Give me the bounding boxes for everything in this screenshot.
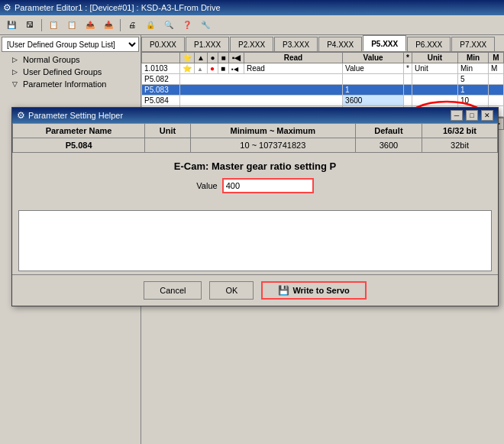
write-label: Write to Servo — [292, 286, 349, 295]
export-button[interactable]: 📤 — [82, 18, 99, 33]
col-id — [142, 53, 180, 63]
param-unit-value — [145, 138, 191, 153]
param-value — [343, 74, 404, 85]
param-circle: ● — [207, 63, 218, 74]
param-value: Value — [343, 63, 404, 74]
tab-p2[interactable]: P2.XXX — [230, 37, 273, 51]
param-min: 10 — [458, 96, 489, 106]
sidebar-item-normal-groups[interactable]: ▷ Normal Groups — [0, 53, 141, 66]
sidebar-label: Normal Groups — [23, 55, 80, 64]
col-icon5: ▪◀ — [228, 53, 244, 63]
value-label: Value — [196, 181, 217, 190]
sidebar-dropdown[interactable]: [User Defined Group Setup List] — [2, 37, 139, 52]
dialog-content: Parameter Name Unit Minimum ~ Maximum De… — [12, 123, 498, 306]
value-input[interactable] — [222, 178, 314, 193]
param-id: P5.082 — [142, 74, 180, 85]
param-default-value: 3600 — [355, 138, 422, 153]
minimize-button[interactable]: ─ — [451, 110, 463, 121]
param-m: M — [489, 63, 504, 74]
param-tri: ▲ — [195, 63, 208, 74]
tab-p4[interactable]: P4.XXX — [318, 37, 362, 51]
ecam-title: E-Cam: Master gear ratio setting P — [20, 160, 490, 172]
col-param-name: Parameter Name — [13, 124, 145, 138]
tab-p6[interactable]: P6.XXX — [407, 37, 451, 51]
tab-p7[interactable]: P7.XXX — [451, 37, 495, 51]
settings-button[interactable]: 🔧 — [197, 18, 214, 33]
expand-icon: ▷ — [12, 56, 20, 63]
value-input-row: Value — [20, 178, 490, 193]
table-row[interactable]: 1.0103 ⭐ ▲ ● ■ ▪◀ Read Value * Unit Min … — [142, 63, 504, 74]
sidebar-label3: Parameter Information — [23, 79, 106, 89]
description-area — [18, 210, 492, 271]
col-unit: Unit — [145, 124, 191, 138]
sidebar-label2: User Defined Groups — [23, 67, 102, 76]
param-bit-value: 32bit — [422, 138, 498, 153]
cancel-label: Cancel — [160, 286, 186, 295]
col-value: Value — [343, 53, 404, 63]
param-read: Read — [244, 63, 342, 74]
import-button[interactable]: 📥 — [100, 18, 117, 33]
table-row[interactable]: P5.084 3600 10 — [142, 96, 504, 106]
col-default: Default — [355, 124, 422, 138]
param-unit: Unit — [412, 63, 458, 74]
dialog-title-bar: ⚙ Parameter Setting Helper ─ □ ✕ — [12, 108, 498, 123]
search-button[interactable]: 🔍 — [160, 18, 177, 33]
col-min: Min — [458, 53, 489, 63]
param-id: P5.084 — [142, 96, 180, 106]
col-read: Read — [244, 53, 342, 63]
parameter-setting-helper-dialog: ⚙ Parameter Setting Helper ─ □ ✕ Paramet… — [11, 107, 499, 306]
col-unit: Unit — [412, 53, 458, 63]
group-select[interactable]: [User Defined Group Setup List] — [2, 37, 139, 52]
col-bit: 16/32 bit — [422, 124, 498, 138]
maximize-button[interactable]: □ — [466, 110, 478, 121]
save-button[interactable]: 💾 — [3, 18, 20, 33]
col-m: M — [489, 53, 504, 63]
save2-button[interactable]: 🖫 — [21, 18, 38, 33]
param-square: ■ — [218, 63, 228, 74]
title-bar: ⚙ Parameter Editor1 : [Device#01] : KSD-… — [0, 0, 504, 15]
write-icon: 💾 — [278, 285, 289, 296]
param-unit — [412, 85, 458, 96]
sidebar-item-parameter-info[interactable]: ▽ Parameter Information — [0, 78, 141, 90]
expand-icon3: ▽ — [12, 80, 20, 88]
param-range-value: 10 ~ 1073741823 — [190, 138, 355, 153]
toolbar: 💾 🖫 📋 📋 📤 📥 🖨 🔒 🔍 ❓ 🔧 — [0, 15, 504, 35]
print-button[interactable]: 🖨 — [124, 18, 141, 33]
param-id: P5.083 — [142, 85, 180, 96]
ok-button[interactable]: OK — [209, 281, 254, 300]
write-to-servo-button[interactable]: 💾 Write to Servo — [261, 281, 366, 300]
param-unit — [412, 74, 458, 85]
table-row[interactable]: P5.083 1 1 — [142, 85, 504, 96]
param-min: 5 — [458, 74, 489, 85]
col-icon3: ● — [207, 53, 218, 63]
param-min: Min — [458, 63, 489, 74]
title-bar-text: Parameter Editor1 : [Device#01] : KSD-A3… — [15, 3, 501, 12]
tab-p0[interactable]: P0.XXX — [141, 37, 185, 51]
tab-p5[interactable]: P5.XXX — [363, 35, 406, 51]
tab-p1[interactable]: P1.XXX — [186, 37, 229, 51]
table-row[interactable]: P5.082 5 — [142, 74, 504, 85]
dialog-title-text: Parameter Setting Helper — [28, 111, 447, 120]
param-min: 1 — [458, 85, 489, 96]
toolbar-separator — [41, 19, 42, 31]
tab-bar: P0.XXX P1.XXX P2.XXX P3.XXX P4.XXX P5.XX… — [141, 35, 504, 52]
param-asterisk: * — [404, 63, 412, 74]
dialog-footer: Cancel OK 💾 Write to Servo — [12, 274, 498, 306]
dialog-header-table: Parameter Name Unit Minimum ~ Maximum De… — [12, 123, 498, 153]
close-button[interactable]: ✕ — [481, 110, 493, 121]
dialog-icon: ⚙ — [17, 110, 25, 121]
param-value: 1 — [343, 85, 404, 96]
tab-p3[interactable]: P3.XXX — [274, 37, 318, 51]
copy-button[interactable]: 📋 — [45, 18, 62, 33]
toolbar-separator2 — [120, 19, 121, 31]
help-button[interactable]: ❓ — [179, 18, 195, 33]
cancel-button[interactable]: Cancel — [144, 281, 202, 300]
col-icon4: ■ — [218, 53, 228, 63]
param-star: ⭐ — [180, 63, 195, 74]
paste-button[interactable]: 📋 — [63, 18, 80, 33]
expand-icon2: ▷ — [12, 68, 20, 76]
sidebar-item-user-defined-groups[interactable]: ▷ User Defined Groups — [0, 66, 141, 78]
param-value: 3600 — [343, 96, 404, 106]
param-icon5: ▪◀ — [228, 63, 244, 74]
lock-button[interactable]: 🔒 — [142, 18, 159, 33]
